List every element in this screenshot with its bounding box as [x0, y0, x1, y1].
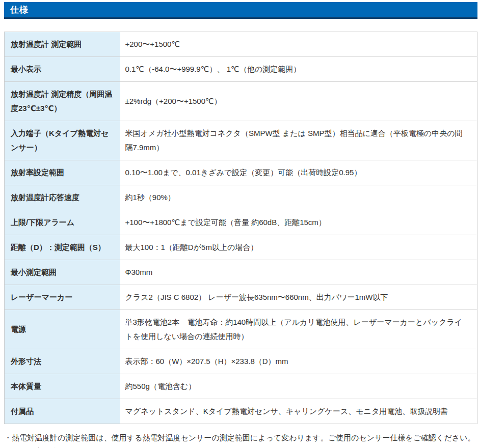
spec-label: 付属品: [5, 399, 120, 424]
table-row: 電源 単3形乾電池2本 電池寿命：約140時間以上（アルカリ電池使用、レーザーマ…: [5, 310, 477, 349]
spec-value: 0.1℃（-64.0〜+999.9℃）、 1℃（他の測定範囲）: [120, 57, 477, 82]
table-row: 本体質量 約550g（電池含む）: [5, 374, 477, 399]
table-row: 距離（D）：測定範囲（S） 最大100：1（距離Dが5m以上の場合）: [5, 235, 477, 260]
spec-label: 電源: [5, 310, 120, 349]
spec-page: 仕様 放射温度計 測定範囲 +200〜+1500℃ 最小表示 0.1℃（-64.…: [0, 0, 479, 448]
spec-label: 外形寸法: [5, 349, 120, 374]
spec-value: 約1秒（90%）: [120, 185, 477, 210]
spec-value: Φ30mm: [120, 260, 477, 285]
spec-label: 入力端子（Kタイプ熱電対センサー）: [5, 121, 120, 160]
table-row: 上限/下限アラーム +100〜+1800℃まで設定可能（音量 約60dB、距離1…: [5, 210, 477, 235]
spec-label: 本体質量: [5, 374, 120, 399]
table-row: 放射温度計 測定範囲 +200〜+1500℃: [5, 32, 477, 57]
page-title: 仕様: [10, 4, 29, 16]
table-row: 放射温度計応答速度 約1秒（90%）: [5, 185, 477, 210]
spec-label: 放射温度計 測定範囲: [5, 32, 120, 57]
spec-value: 0.10〜1.00まで、0.01きざみで設定（変更）可能（出荷時設定0.95）: [120, 160, 477, 185]
table-row: 入力端子（Kタイプ熱電対センサー） 米国オメガ社小型熱電対コネクタ（SMPW型 …: [5, 121, 477, 160]
spec-value: 最大100：1（距離Dが5m以上の場合）: [120, 235, 477, 260]
spec-value: 米国オメガ社小型熱電対コネクタ（SMPW型 または SMP型）相当品に適合（平板…: [120, 121, 477, 160]
spec-label: レーザーマーカー: [5, 285, 120, 310]
table-row: 放射温度計 測定精度（周囲温度23℃±3℃） ±2%rdg（+200〜+1500…: [5, 82, 477, 121]
spec-value: マグネットスタンド、Kタイプ熱電対センサ、キャリングケース、モニタ用電池、取扱説…: [120, 399, 477, 424]
spec-table: 放射温度計 測定範囲 +200〜+1500℃ 最小表示 0.1℃（-64.0〜+…: [4, 32, 477, 424]
spec-value: ±2%rdg（+200〜+1500℃）: [120, 82, 477, 121]
footnote: ・熱電対温度計の測定範囲は、使用する熱電対温度センサーの測定範囲によって変わりま…: [4, 431, 476, 448]
table-row: 外形寸法 表示部：60（W）×207.5（H）×233.8（D）mm: [5, 349, 477, 374]
spec-value: +100〜+1800℃まで設定可能（音量 約60dB、距離15cm）: [120, 210, 477, 235]
spec-label: 放射温度計応答速度: [5, 185, 120, 210]
spec-value: 約550g（電池含む）: [120, 374, 477, 399]
spec-value: 表示部：60（W）×207.5（H）×233.8（D）mm: [120, 349, 477, 374]
spec-label: 放射率設定範囲: [5, 160, 120, 185]
spec-label: 上限/下限アラーム: [5, 210, 120, 235]
spec-label: 最小測定範囲: [5, 260, 120, 285]
spec-label: 距離（D）：測定範囲（S）: [5, 235, 120, 260]
table-row: 最小測定範囲 Φ30mm: [5, 260, 477, 285]
spec-label: 最小表示: [5, 57, 120, 82]
table-row: レーザーマーカー クラス2（JIS C 6802） レーザー波長635nm〜66…: [5, 285, 477, 310]
spec-value: +200〜+1500℃: [120, 32, 477, 57]
spec-label: 放射温度計 測定精度（周囲温度23℃±3℃）: [5, 82, 120, 121]
spec-value: 単3形乾電池2本 電池寿命：約140時間以上（アルカリ電池使用、レーザーマーカー…: [120, 310, 477, 349]
spec-value: クラス2（JIS C 6802） レーザー波長635nm〜660nm、出力パワー…: [120, 285, 477, 310]
table-row: 最小表示 0.1℃（-64.0〜+999.9℃）、 1℃（他の測定範囲）: [5, 57, 477, 82]
section-header: 仕様: [4, 2, 477, 19]
table-row: 付属品 マグネットスタンド、Kタイプ熱電対センサ、キャリングケース、モニタ用電池…: [5, 399, 477, 424]
table-row: 放射率設定範囲 0.10〜1.00まで、0.01きざみで設定（変更）可能（出荷時…: [5, 160, 477, 185]
